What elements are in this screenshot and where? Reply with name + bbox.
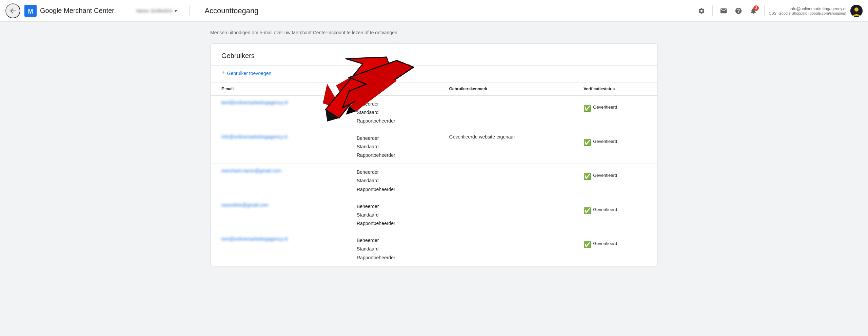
table-row[interactable]: info@onlinemarketingagency.nlBeheerderSt…: [211, 130, 657, 164]
user-avatar[interactable]: [850, 5, 863, 17]
feature-cell: [438, 232, 573, 266]
topbar-right: 3 info@onlinemarketingagency.nl CSS: Goo…: [695, 4, 863, 18]
notification-count: 3: [753, 5, 759, 11]
logo-container: M Google Merchant Center: [24, 5, 114, 17]
account-name: Neren 314f4c631: [136, 8, 173, 14]
verified-icon: ✅: [584, 105, 591, 112]
header-status: Verificatiestatus: [573, 82, 657, 96]
topbar-left: M Google Merchant Center Neren 314f4c631…: [5, 3, 258, 18]
user-css: CSS: Google Shopping (google.com/shoppin…: [769, 11, 846, 15]
table-row[interactable]: bert@onlinemarketingagency.nlBeheerderSt…: [211, 96, 657, 130]
card-title: Gebruikers: [221, 52, 647, 60]
topbar: M Google Merchant Center Neren 314f4c631…: [0, 0, 868, 22]
mail-button[interactable]: [717, 4, 730, 18]
roles-cell: BeheerderStandaardRapportbeheerder: [346, 198, 438, 232]
roles-cell: BeheerderStandaardRapportbeheerder: [346, 130, 438, 164]
svg-text:M: M: [28, 8, 33, 15]
card-header: Gebruikers: [211, 44, 657, 66]
plus-icon: +: [221, 70, 225, 77]
status-cell: ✅ Geverifieerd: [573, 198, 657, 232]
status-text: Geverifieerd: [593, 139, 617, 144]
svg-point-3: [854, 7, 859, 12]
add-user-label: Gebruiker toevoegen: [227, 71, 272, 76]
app-name: Google Merchant Center: [40, 7, 114, 15]
table-row[interactable]: merchant.naron@gmail.comBeheerderStandaa…: [211, 164, 657, 198]
status-text: Geverifieerd: [593, 105, 617, 110]
status-cell: ✅ Geverifieerd: [573, 164, 657, 198]
account-selector[interactable]: Neren 314f4c631 ▾: [134, 6, 180, 16]
feature-cell: [438, 198, 573, 232]
settings-button[interactable]: [695, 4, 708, 18]
status-text: Geverifieerd: [593, 207, 617, 212]
notifications-button[interactable]: 3: [747, 4, 760, 18]
nav-divider-1: [712, 5, 713, 16]
users-table: E-mail Rollen Gebruikerskenmerk Verifica…: [211, 82, 657, 266]
email-cell[interactable]: bert@onlinemarketingagency.nl: [211, 96, 346, 130]
main-content: Mensen uitnodigen om e-mail over uw Merc…: [197, 22, 671, 275]
status-cell: ✅ Geverifieerd: [573, 96, 657, 130]
feature-cell: [438, 164, 573, 198]
status-cell: ✅ Geverifieerd: [573, 130, 657, 164]
feature-cell: Geverifieerde website-eigenaar: [438, 130, 573, 164]
user-email: info@onlinemarketingagency.nl: [790, 6, 846, 11]
header-email: E-mail: [211, 82, 346, 96]
user-info: info@onlinemarketingagency.nl CSS: Googl…: [769, 6, 846, 15]
roles-cell: BeheerderStandaardRapportbeheerder: [346, 164, 438, 198]
topbar-divider-1: [124, 5, 124, 16]
verified-icon: ✅: [584, 241, 591, 248]
email-cell[interactable]: tom@onlinemarketingagency.nl: [211, 232, 346, 266]
table-row[interactable]: tom@onlinemarketingagency.nlBeheerderSta…: [211, 232, 657, 266]
status-text: Geverifieerd: [593, 173, 617, 178]
roles-cell: BeheerderStandaardRapportbeheerder: [346, 232, 438, 266]
page-title: Accounttoegang: [204, 6, 258, 15]
content-wrapper: Gebruikers + Gebruiker toevoegen E-mail …: [210, 43, 658, 266]
verified-icon: ✅: [584, 207, 591, 214]
back-button[interactable]: [5, 3, 20, 18]
nav-divider-2: [764, 5, 765, 16]
help-button[interactable]: [732, 4, 745, 18]
roles-cell: BeheerderStandaardRapportbeheerder: [346, 96, 438, 130]
verified-icon: ✅: [584, 139, 591, 146]
email-cell[interactable]: nanonline@gmail.com: [211, 198, 346, 232]
table-header-row: E-mail Rollen Gebruikerskenmerk Verifica…: [211, 82, 657, 96]
users-card: Gebruikers + Gebruiker toevoegen E-mail …: [210, 43, 658, 266]
email-cell[interactable]: merchant.naron@gmail.com: [211, 164, 346, 198]
status-text: Geverifieerd: [593, 241, 617, 246]
page-description: Mensen uitnodigen om e-mail over uw Merc…: [210, 30, 658, 35]
header-roles: Rollen: [346, 82, 438, 96]
verified-icon: ✅: [584, 173, 591, 180]
feature-cell: [438, 96, 573, 130]
add-user-button[interactable]: + Gebruiker toevoegen: [211, 66, 657, 82]
topbar-divider-2: [189, 5, 190, 16]
google-merchant-logo: M: [24, 5, 37, 17]
header-feature: Gebruikerskenmerk: [438, 82, 573, 96]
chevron-down-icon: ▾: [175, 8, 177, 14]
email-cell[interactable]: info@onlinemarketingagency.nl: [211, 130, 346, 164]
status-cell: ✅ Geverifieerd: [573, 232, 657, 266]
table-row[interactable]: nanonline@gmail.comBeheerderStandaardRap…: [211, 198, 657, 232]
